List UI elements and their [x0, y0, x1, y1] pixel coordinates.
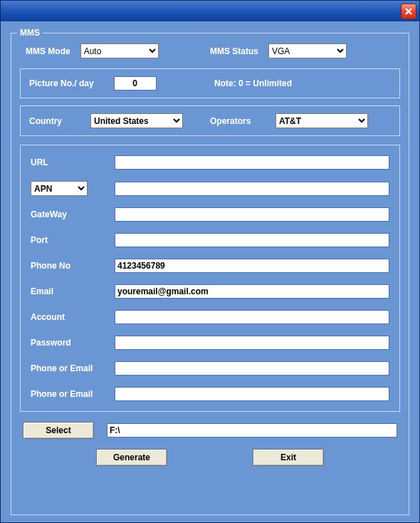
picture-per-day-group: Picture No./ day Note: 0 = Unlimited	[20, 68, 400, 98]
phone-or-email-2-input[interactable]	[115, 387, 389, 401]
mms-status-select[interactable]: VGA	[268, 43, 347, 58]
mode-status-row: MMS Mode Auto MMS Status VGA	[20, 42, 400, 61]
picture-count-label: Picture No./ day	[29, 78, 94, 88]
main-panel: MMS MMS Mode Auto MMS Status VGA	[4, 24, 416, 517]
mms-status-label: MMS Status	[210, 46, 258, 56]
password-label: Password	[31, 338, 115, 348]
picture-count-input[interactable]	[114, 76, 157, 90]
url-label: URL	[31, 157, 115, 167]
apn-input[interactable]	[115, 182, 389, 196]
port-label: Port	[31, 235, 115, 245]
url-input[interactable]	[115, 155, 389, 170]
path-input[interactable]	[107, 423, 397, 437]
email-label: Email	[31, 286, 115, 296]
mms-mode-select[interactable]: Auto	[80, 43, 159, 58]
picture-count-note: Note: 0 = Unlimited	[214, 78, 292, 88]
titlebar	[0, 0, 420, 21]
port-input[interactable]	[115, 233, 389, 247]
phone-no-input[interactable]	[115, 259, 389, 273]
select-path-row: Select	[20, 422, 400, 439]
account-label: Account	[31, 312, 115, 322]
exit-button[interactable]: Exit	[253, 449, 324, 466]
group-title: MMS	[17, 28, 43, 38]
country-select[interactable]: United States	[90, 113, 183, 128]
apn-select[interactable]: APN	[31, 181, 88, 196]
email-input[interactable]	[115, 284, 389, 299]
mms-settings-window: MMS MMS Mode Auto MMS Status VGA	[0, 0, 420, 523]
action-buttons-row: Generate Exit	[20, 449, 400, 466]
close-icon	[404, 7, 413, 16]
phone-or-email-1-input[interactable]	[115, 361, 389, 376]
close-button[interactable]	[401, 4, 416, 19]
gateway-input[interactable]	[115, 207, 389, 222]
mms-mode-label: MMS Mode	[26, 46, 70, 56]
country-label: Country	[29, 116, 80, 126]
country-operators-group: Country United States Operators AT&T	[20, 105, 400, 136]
operators-select[interactable]: AT&T	[275, 113, 368, 128]
gateway-label: GateWay	[31, 209, 115, 219]
client-area: MMS MMS Mode Auto MMS Status VGA	[0, 21, 420, 523]
phone-or-email-2-label: Phone or Email	[31, 389, 115, 399]
select-button[interactable]: Select	[23, 422, 94, 439]
operators-label: Operators	[210, 116, 266, 126]
phone-no-label: Phone No	[31, 261, 115, 271]
mms-group: MMS MMS Mode Auto MMS Status VGA	[11, 33, 409, 515]
phone-or-email-1-label: Phone or Email	[31, 363, 115, 373]
generate-button[interactable]: Generate	[96, 449, 167, 466]
account-input[interactable]	[115, 310, 389, 324]
network-fields-group: URL APN GateWay	[20, 145, 400, 412]
password-input[interactable]	[115, 336, 389, 350]
